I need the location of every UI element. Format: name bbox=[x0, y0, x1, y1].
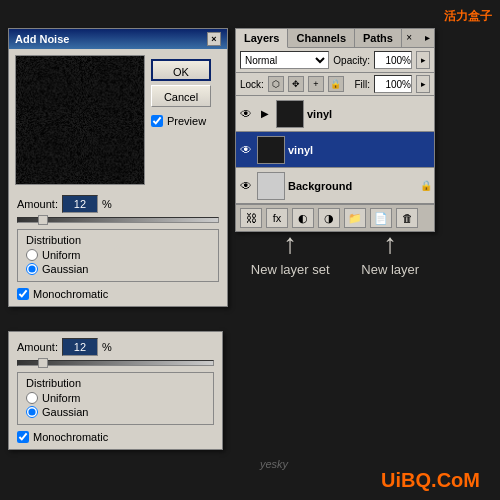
amount-slider-thumb[interactable] bbox=[38, 215, 48, 225]
amount-slider-track[interactable] bbox=[17, 217, 219, 223]
layer-row-vinyl[interactable]: 👁 vinyl bbox=[236, 132, 434, 168]
layer-name-vinyl: vinyl bbox=[288, 144, 432, 156]
fill-label: Fill: bbox=[354, 79, 370, 90]
new-layer-set-label: New layer set bbox=[251, 262, 330, 277]
layer-mask-button[interactable]: ◐ bbox=[292, 208, 314, 228]
zoomed-amount-label: Amount: bbox=[17, 341, 58, 353]
background-lock-icon: 🔒 bbox=[420, 180, 432, 191]
lock-move-icon[interactable]: ✥ bbox=[288, 76, 304, 92]
zoomed-mono-check-row: Monochromatic bbox=[17, 431, 214, 443]
opacity-arrow-button[interactable]: ▸ bbox=[416, 51, 430, 69]
blend-mode-select[interactable]: Normal bbox=[240, 51, 329, 69]
tab-layers[interactable]: Layers bbox=[236, 29, 288, 48]
zoomed-distribution-legend: Distribution bbox=[26, 377, 205, 389]
zoomed-mono-checkbox[interactable] bbox=[17, 431, 29, 443]
gaussian-label: Gaussian bbox=[42, 263, 88, 275]
preview-label: Preview bbox=[167, 115, 206, 127]
new-layer-set-button[interactable]: 📁 bbox=[344, 208, 366, 228]
adjustment-layer-button[interactable]: ◑ bbox=[318, 208, 340, 228]
noise-preview bbox=[15, 55, 145, 185]
zoomed-slider-thumb[interactable] bbox=[38, 358, 48, 368]
new-layer-arrow-icon: ↑ bbox=[383, 230, 397, 258]
layer-thumb-vinyl bbox=[257, 136, 285, 164]
eye-icon-vinyl[interactable]: 👁 bbox=[238, 142, 254, 158]
fill-input[interactable] bbox=[374, 75, 412, 93]
link-layers-button[interactable]: ⛓ bbox=[240, 208, 262, 228]
blend-mode-row: Normal Opacity: ▸ bbox=[236, 48, 434, 73]
uniform-radio[interactable] bbox=[26, 249, 38, 261]
tab-paths[interactable]: Paths bbox=[355, 29, 402, 47]
new-layer-set-arrow-group: ↑ New layer set bbox=[251, 230, 330, 277]
watermark-bottom: UiBQ.CoM bbox=[381, 469, 480, 492]
cancel-button[interactable]: Cancel bbox=[151, 85, 211, 107]
zoomed-amount-input[interactable] bbox=[62, 338, 98, 356]
add-noise-close-button[interactable]: × bbox=[207, 32, 221, 46]
lock-label: Lock: bbox=[240, 79, 264, 90]
amount-row: Amount: % bbox=[17, 195, 219, 213]
fill-arrow-button[interactable]: ▸ bbox=[416, 75, 430, 93]
arrows-section: ↑ New layer set ↑ New layer bbox=[235, 230, 435, 277]
eye-icon-background[interactable]: 👁 bbox=[238, 178, 254, 194]
lock-row: Lock: ⬡ ✥ + 🔒 Fill: ▸ bbox=[236, 73, 434, 96]
add-noise-title: Add Noise bbox=[15, 33, 69, 45]
watermark-top: 活力盒子 bbox=[444, 8, 492, 25]
new-layer-arrow-group: ↑ New layer bbox=[361, 230, 419, 277]
layers-toolbar: ⛓ fx ◐ ◑ 📁 📄 🗑 bbox=[236, 204, 434, 231]
zoomed-mono-label: Monochromatic bbox=[33, 431, 108, 443]
lock-dots-icon[interactable]: ⬡ bbox=[268, 76, 284, 92]
zoom-arrow-icon: ↑ bbox=[110, 235, 125, 269]
layer-row-background[interactable]: 👁 Background 🔒 bbox=[236, 168, 434, 204]
new-layer-label: New layer bbox=[361, 262, 419, 277]
eye-icon-vinyl-group[interactable]: 👁 bbox=[238, 106, 254, 122]
zoomed-amount-row: Amount: % bbox=[17, 338, 214, 356]
zoomed-uniform-radio[interactable] bbox=[26, 392, 38, 404]
uniform-label: Uniform bbox=[42, 249, 81, 261]
zoomed-gaussian-row: Gaussian bbox=[26, 406, 205, 418]
dialog-right-buttons: OK Cancel Preview bbox=[151, 55, 211, 185]
tab-channels[interactable]: Channels bbox=[288, 29, 355, 47]
amount-input[interactable] bbox=[62, 195, 98, 213]
zoomed-gaussian-radio[interactable] bbox=[26, 406, 38, 418]
preview-checkbox[interactable] bbox=[151, 115, 163, 127]
opacity-label: Opacity: bbox=[333, 55, 370, 66]
zoomed-distribution-group: Distribution Uniform Gaussian bbox=[17, 372, 214, 425]
layer-row-vinyl-group[interactable]: 👁 ▶ vinyl bbox=[236, 96, 434, 132]
zoomed-slider-track[interactable] bbox=[17, 360, 214, 366]
zoomed-uniform-row: Uniform bbox=[26, 392, 205, 404]
new-layer-set-arrow-icon: ↑ bbox=[283, 230, 297, 258]
watermark-bottom-left: yesky bbox=[260, 458, 288, 470]
layer-fx-button[interactable]: fx bbox=[266, 208, 288, 228]
ok-button[interactable]: OK bbox=[151, 59, 211, 81]
layer-thumb-background bbox=[257, 172, 285, 200]
zoomed-gaussian-label: Gaussian bbox=[42, 406, 88, 418]
delete-layer-button[interactable]: 🗑 bbox=[396, 208, 418, 228]
add-noise-content: OK Cancel Preview bbox=[9, 49, 227, 191]
zoomed-percent-label: % bbox=[102, 341, 112, 353]
add-noise-titlebar: Add Noise × bbox=[9, 29, 227, 49]
gaussian-radio[interactable] bbox=[26, 263, 38, 275]
monochromatic-label: Monochromatic bbox=[33, 288, 108, 300]
new-layer-button[interactable]: 📄 bbox=[370, 208, 392, 228]
layers-panel: Layers Channels Paths × ▸ Normal Opacity… bbox=[235, 28, 435, 232]
panel-menu-icon[interactable]: ▸ bbox=[425, 32, 430, 43]
noise-canvas bbox=[16, 56, 144, 184]
monochromatic-check-row: Monochromatic bbox=[17, 288, 219, 300]
preview-checkbox-row: Preview bbox=[151, 115, 211, 127]
zoomed-dialog: Amount: % Distribution Uniform Gaussian … bbox=[8, 331, 223, 450]
panel-close-icon[interactable]: × bbox=[406, 32, 412, 43]
lock-all-icon[interactable]: 🔒 bbox=[328, 76, 344, 92]
monochromatic-checkbox[interactable] bbox=[17, 288, 29, 300]
folder-icon[interactable]: ▶ bbox=[257, 106, 273, 122]
layer-name-vinyl-group: vinyl bbox=[307, 108, 432, 120]
amount-label: Amount: bbox=[17, 198, 58, 210]
layer-thumb-vinyl-group bbox=[276, 100, 304, 128]
opacity-input[interactable] bbox=[374, 51, 412, 69]
layer-name-background: Background bbox=[288, 180, 417, 192]
zoomed-uniform-label: Uniform bbox=[42, 392, 81, 404]
percent-label: % bbox=[102, 198, 112, 210]
lock-paint-icon[interactable]: + bbox=[308, 76, 324, 92]
layers-tabs: Layers Channels Paths × ▸ bbox=[236, 29, 434, 48]
